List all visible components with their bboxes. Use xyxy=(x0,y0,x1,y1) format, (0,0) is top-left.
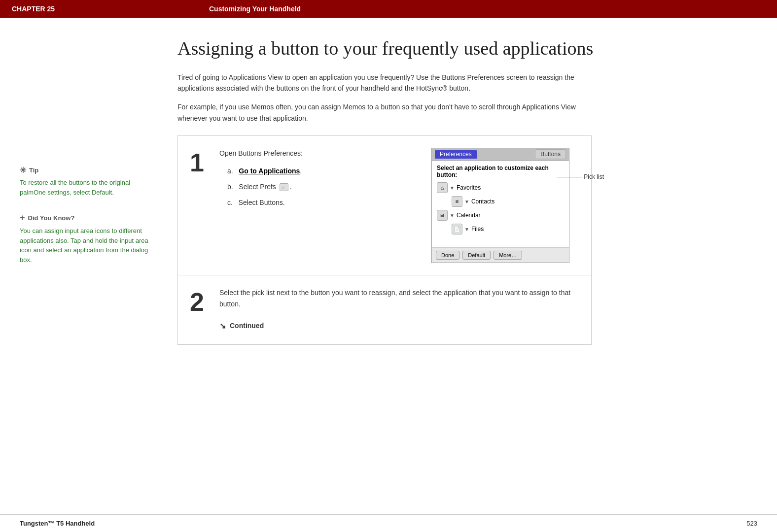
prefs-footer: Done Default More… xyxy=(432,247,569,263)
footer-brand: Tungsten™ T5 Handheld xyxy=(20,520,95,527)
more-button[interactable]: More… xyxy=(494,251,522,260)
prefs-tab-active[interactable]: Preferences xyxy=(435,150,477,159)
tip-block: ✳ Tip To restore all the buttons to the … xyxy=(20,166,158,197)
steps-container: 1 Open Buttons Preferences: a. Go to App… xyxy=(177,135,592,345)
done-button[interactable]: Done xyxy=(436,251,459,260)
sidebar: ✳ Tip To restore all the buttons to the … xyxy=(20,37,168,345)
step-2-number: 2 xyxy=(190,287,219,332)
did-you-know-text: You can assign input area icons to diffe… xyxy=(20,226,158,265)
tip-label: Tip xyxy=(29,166,38,174)
favorites-label: Favorites xyxy=(457,184,564,191)
page-header: CHAPTER 25 Customizing Your Handheld xyxy=(0,0,777,18)
calendar-icon: ⊞ xyxy=(437,210,448,221)
step-1-sub-b-suffix: . xyxy=(290,183,292,191)
intro-text-1: Tired of going to Applications View to o… xyxy=(177,72,582,94)
go-to-applications-link[interactable]: Go to Applications xyxy=(239,167,300,175)
prefs-row-calendar: ⊞ ▼ Calendar xyxy=(437,210,564,221)
step-2-text: Select the pick list next to the button … xyxy=(219,287,579,309)
prefs-row-files: 📄 ▼ Files xyxy=(437,224,564,234)
continued-label: Continued xyxy=(230,320,264,332)
calendar-arrow: ▼ xyxy=(450,213,455,218)
prefs-heading: Select an application to customize each … xyxy=(437,165,564,178)
footer-page-number: 523 xyxy=(746,520,757,527)
tip-header: ✳ Tip xyxy=(20,166,158,175)
step-1-sub-b-text: Select Prefs xyxy=(239,183,276,191)
files-icon: 📄 xyxy=(452,224,462,234)
did-you-know-block: + Did You Know? You can assign input are… xyxy=(20,213,158,265)
prefs-body: Select an application to customize each … xyxy=(432,161,569,247)
pick-list-line xyxy=(557,177,582,177)
did-you-know-plus-icon: + xyxy=(20,213,25,223)
files-label: Files xyxy=(471,226,564,233)
did-you-know-header: + Did You Know? xyxy=(20,213,158,223)
contacts-arrow: ▼ xyxy=(464,199,469,204)
contacts-label: Contacts xyxy=(471,198,564,205)
chapter-label: CHAPTER 25 xyxy=(12,5,209,13)
step-1-block: 1 Open Buttons Preferences: a. Go to App… xyxy=(178,136,591,275)
step-1-sub-a-prefix: a. xyxy=(227,167,233,175)
files-arrow: ▼ xyxy=(464,227,469,232)
tip-text: To restore all the buttons to the origin… xyxy=(20,178,158,197)
step-1-number: 1 xyxy=(190,148,219,263)
page-body: ✳ Tip To restore all the buttons to the … xyxy=(0,18,777,365)
prefs-dialog-wrapper: Preferences Buttons Select an applicatio… xyxy=(431,148,569,263)
prefs-row-favorites: ⌂ ▼ Favorites xyxy=(437,182,564,193)
step-2-block: 2 Select the pick list next to the butto… xyxy=(178,275,591,344)
prefs-row-contacts: ≡ ▼ Contacts xyxy=(437,196,564,207)
main-content: Assigning a button to your frequently us… xyxy=(168,37,757,345)
step-1-content: Open Buttons Preferences: a. Go to Appli… xyxy=(219,148,422,263)
step-1-sub-b-prefix: b. xyxy=(227,183,233,191)
continued-line: ↘ Continued xyxy=(219,319,579,332)
did-you-know-label: Did You Know? xyxy=(28,214,75,222)
step-2-content: Select the pick list next to the button … xyxy=(219,287,579,332)
step-1-sub-b: b. Select Prefs . xyxy=(227,181,422,193)
prefs-dialog: Preferences Buttons Select an applicatio… xyxy=(431,148,569,263)
contacts-icon: ≡ xyxy=(452,196,462,207)
prefs-inline-icon xyxy=(280,183,288,191)
favorites-icon: ⌂ xyxy=(437,182,448,193)
step-1-sub-c-prefix: c. xyxy=(227,199,233,206)
prefs-tab-inactive[interactable]: Buttons xyxy=(535,149,566,159)
step-1-sub-a: a. Go to Applications. xyxy=(227,166,422,177)
calendar-label: Calendar xyxy=(457,212,564,219)
pick-list-label: Pick list xyxy=(584,173,604,180)
step-1-title: Open Buttons Preferences: xyxy=(219,148,422,160)
step-1-sub-c: c. Select Buttons. xyxy=(227,197,422,209)
step-1-sub-c-text: Select Buttons. xyxy=(239,199,285,206)
continued-arrow-icon: ↘ xyxy=(219,319,226,332)
default-button[interactable]: Default xyxy=(462,251,491,260)
page-footer: Tungsten™ T5 Handheld 523 xyxy=(0,514,777,532)
page-heading: Assigning a button to your frequently us… xyxy=(177,37,757,60)
step-1-sub-a-suffix: . xyxy=(300,167,302,175)
step-1-image-area: Preferences Buttons Select an applicatio… xyxy=(431,148,579,263)
chapter-title: Customizing Your Handheld xyxy=(209,5,301,13)
favorites-arrow: ▼ xyxy=(450,185,455,191)
tip-star-icon: ✳ xyxy=(20,166,26,175)
prefs-titlebar: Preferences Buttons xyxy=(432,148,569,161)
pick-list-annotation: Pick list xyxy=(557,173,604,180)
intro-text-2: For example, if you use Memos often, you… xyxy=(177,101,582,124)
